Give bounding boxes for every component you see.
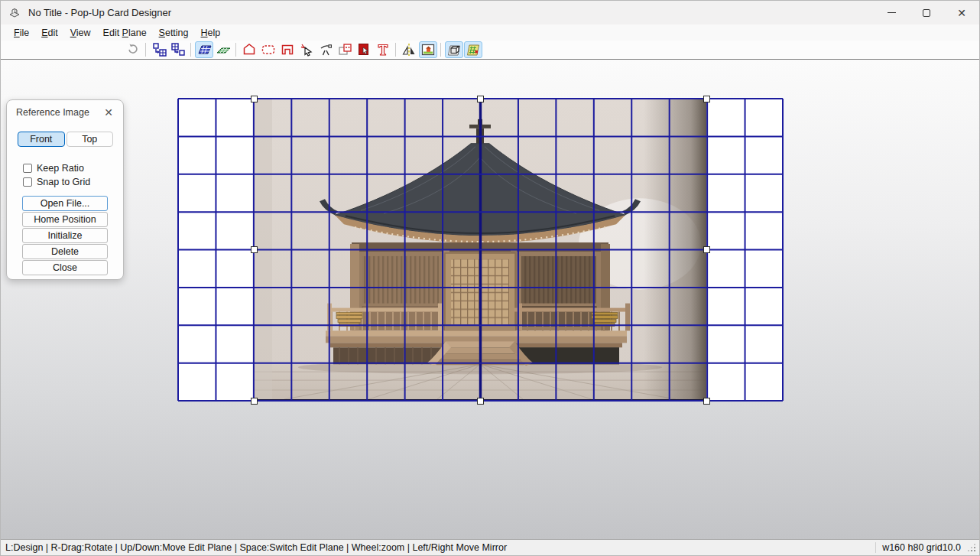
close-icon: ✕ — [957, 8, 966, 18]
close-button[interactable]: ✕ — [944, 1, 979, 24]
toolbar-separator — [235, 43, 236, 57]
keep-ratio-row: Keep Ratio — [7, 161, 123, 175]
mirror-icon[interactable] — [400, 41, 418, 58]
resize-grip-icon[interactable] — [967, 543, 976, 552]
resize-handle[interactable] — [477, 96, 484, 102]
resize-handle[interactable] — [703, 398, 710, 405]
title-bar: No Title - Pop-Up Card Designer ✕ — [1, 1, 979, 24]
menu-edit-plane[interactable]: Edit Plane — [97, 26, 153, 40]
resize-handle[interactable] — [703, 96, 710, 102]
minimize-icon — [888, 12, 896, 13]
maximize-icon — [923, 9, 930, 17]
minimize-button[interactable] — [874, 1, 909, 24]
toolbar-separator — [190, 43, 191, 57]
texture-page-icon[interactable] — [464, 41, 482, 58]
fill-rect-cursor-icon[interactable] — [355, 41, 373, 58]
redo-icon[interactable] — [124, 41, 142, 58]
menu-view[interactable]: View — [64, 26, 97, 40]
dialog-title: Reference Image — [16, 107, 89, 118]
close-dialog-button[interactable]: Close — [22, 260, 108, 275]
toolbar-separator — [440, 43, 441, 57]
app-window: No Title - Pop-Up Card Designer ✕ File E… — [0, 0, 980, 556]
design-canvas[interactable]: Reference Image ✕ Front Top Keep Ratio S… — [1, 60, 979, 539]
snap-to-grid-label: Snap to Grid — [37, 177, 90, 187]
duplicate-rect-icon[interactable] — [336, 41, 354, 58]
resize-handle[interactable] — [477, 398, 484, 405]
menu-setting[interactable]: Setting — [153, 26, 195, 40]
resize-handle[interactable] — [251, 246, 258, 253]
grid-to-square-icon[interactable] — [169, 41, 187, 58]
status-hints: L:Design | R-Drag:Rotate | Up/Down:Move … — [5, 542, 507, 553]
front-button[interactable]: Front — [18, 132, 65, 147]
popup-card-icon — [8, 7, 21, 19]
keep-ratio-checkbox[interactable] — [23, 164, 32, 173]
top-button[interactable]: Top — [67, 132, 114, 147]
menu-bar: File Edit View Edit Plane Setting Help — [1, 24, 979, 41]
open-file-button[interactable]: Open File... — [22, 196, 108, 211]
menu-file[interactable]: File — [8, 26, 35, 40]
text-tool-icon[interactable] — [374, 41, 392, 58]
reference-image-icon[interactable] — [419, 41, 437, 58]
initialize-button[interactable]: Initialize — [22, 228, 108, 243]
window-title: No Title - Pop-Up Card Designer — [28, 7, 171, 18]
toolbar-separator — [145, 43, 146, 57]
status-bar: L:Design | R-Drag:Rotate | Up/Down:Move … — [1, 539, 979, 555]
pentagon-outline-icon[interactable] — [240, 41, 258, 58]
reference-image-photo — [254, 99, 706, 399]
dialog-close-icon[interactable]: ✕ — [102, 106, 115, 119]
dashed-rect-icon[interactable] — [259, 41, 277, 58]
reference-image-dialog: Reference Image ✕ Front Top Keep Ratio S… — [6, 99, 124, 280]
home-position-button[interactable]: Home Position — [22, 212, 108, 227]
keep-ratio-label: Keep Ratio — [37, 163, 84, 174]
status-separator — [875, 542, 876, 553]
status-grid-info: w160 h80 grid10.0 — [882, 542, 961, 553]
notch-rect-icon[interactable] — [278, 41, 297, 58]
resize-handle[interactable] — [251, 398, 258, 405]
resize-handle[interactable] — [251, 96, 258, 102]
delete-button[interactable]: Delete — [22, 244, 108, 259]
snap-to-grid-checkbox[interactable] — [23, 177, 32, 187]
cursor-tool-icon[interactable] — [297, 41, 316, 58]
toolbar — [1, 41, 979, 60]
toolbar-separator — [395, 43, 396, 57]
reference-image[interactable] — [254, 98, 706, 401]
anchor-tool-icon[interactable] — [316, 41, 335, 58]
menu-help[interactable]: Help — [195, 26, 227, 40]
edit-plane-top-icon[interactable] — [214, 41, 232, 58]
menu-edit[interactable]: Edit — [35, 26, 64, 40]
square-to-grid-icon[interactable] — [150, 41, 168, 58]
edit-plane-front-icon[interactable] — [195, 41, 213, 58]
resize-handle[interactable] — [703, 246, 710, 253]
view-3d-icon[interactable] — [445, 41, 463, 58]
maximize-button[interactable] — [909, 1, 944, 24]
snap-to-grid-row: Snap to Grid — [7, 175, 123, 189]
